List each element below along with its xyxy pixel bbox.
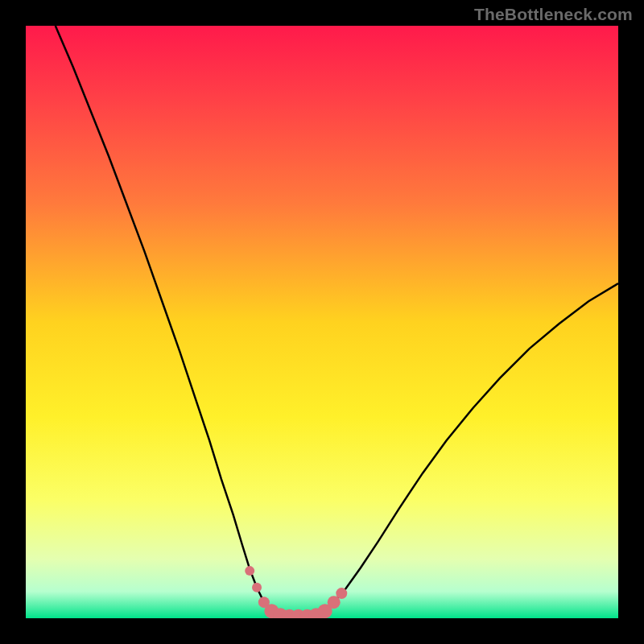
marker-dot [336,588,347,599]
gradient-background [26,26,618,618]
watermark-text: TheBottleneck.com [474,5,633,24]
plot-area [26,26,618,618]
chart-frame: TheBottleneck.com [0,0,644,644]
marker-dot [245,566,254,576]
marker-dot [252,583,262,592]
chart-svg [26,26,618,618]
